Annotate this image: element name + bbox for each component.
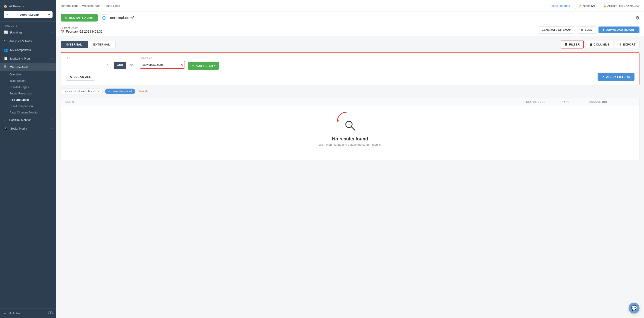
chevron-right-icon: ▾: [52, 127, 52, 130]
add-filter-button[interactable]: ＋ ADD FILTER ▾: [188, 62, 219, 70]
check-icon: ✔: [6, 13, 9, 16]
action-bar: ↻ RESTART AUDIT 🌐 cerebral.com/ ⚙: [56, 12, 644, 24]
generate-sitemap-button[interactable]: GENERATE SITEMAP: [538, 26, 575, 34]
rankings-icon: 📊: [4, 30, 8, 34]
chevron-right-icon: ▾: [52, 31, 52, 34]
lock-icon: 🔒: [603, 4, 606, 8]
social-icon: 📱: [4, 126, 8, 130]
rankings-label: Rankings: [10, 31, 22, 34]
sidebar-item-competitors[interactable]: 👥 My Competitors ▾: [0, 46, 56, 54]
results-table: URL (0) STATUS CODE TYPE SOURCE URL: [61, 98, 640, 160]
sidebar-item-rankings[interactable]: 📊 Rankings ▾: [0, 28, 56, 37]
chat-button[interactable]: 💬: [628, 302, 640, 314]
apply-filters-label: APPLY FILTERS: [606, 75, 630, 78]
sidebar-item-analytics[interactable]: 〜 Analytics & Traffic ▾: [0, 37, 56, 46]
filter-button[interactable]: ☰ FILTER: [561, 40, 584, 48]
sidebar-item-website-audit[interactable]: 🔍 Website Audit ▴: [0, 63, 56, 71]
tab-filter-row: INTERNAL EXTERNAL ☰ FILTER ▦ COLUMNS ⬆ E…: [61, 40, 640, 48]
chevron-up-icon: ▴: [52, 66, 52, 68]
restart-audit-button[interactable]: ↻ RESTART AUDIT: [61, 14, 98, 22]
export-icon: ⬆: [619, 43, 622, 46]
and-button[interactable]: AND: [114, 62, 126, 69]
x-icon: ✕: [70, 75, 72, 78]
search-icon: [344, 120, 356, 134]
project-selector[interactable]: ✔ cerebral.com/ ▾: [4, 11, 52, 18]
empty-state: No results found We haven't found any da…: [61, 106, 639, 160]
sidebar-item-marketing[interactable]: 📋 Marketing Plan ▾: [0, 54, 56, 63]
col-url-header: URL (0): [66, 100, 526, 103]
sidebar-item-social-media[interactable]: 📱 Social Media ▾: [0, 124, 56, 133]
source-url-clear-icon[interactable]: ✕: [180, 63, 183, 66]
export-button[interactable]: ⬆ EXPORT: [615, 41, 640, 48]
logic-buttons: AND OR: [114, 62, 137, 69]
breadcrumb-project[interactable]: cerebral.com/: [61, 4, 78, 8]
tab-external[interactable]: EXTERNAL: [88, 41, 116, 48]
source-url-filter-input[interactable]: [140, 61, 185, 69]
svg-line-1: [351, 126, 354, 130]
account-limit-label: Account limit: [607, 4, 623, 8]
url-filter-field: URL ✕: [66, 56, 111, 68]
notes-icon: 📝: [578, 4, 582, 8]
source-url-field-label: Source url: [140, 56, 185, 60]
refresh-icon: ↻: [65, 16, 68, 20]
sidebar-sub-item-crawled-pages[interactable]: Crawled Pages: [0, 84, 56, 90]
sidebar-item-backlink-monitor[interactable]: ← Backlink Monitor ▾: [0, 116, 56, 124]
notes-button[interactable]: 📝 Notes (21): [575, 3, 600, 9]
tab-internal[interactable]: INTERNAL: [61, 41, 88, 48]
all-projects-label: All Projects: [9, 4, 24, 8]
url-field-label: URL: [66, 56, 111, 60]
sidebar-sub-item-overview[interactable]: Overview: [0, 71, 56, 78]
breadcrumb-sep1: ›: [80, 4, 81, 8]
url-clear-icon[interactable]: ✕: [106, 63, 109, 66]
sidebar-sub-item-found-resources[interactable]: Found Resources: [0, 90, 56, 97]
competitors-label: My Competitors: [10, 48, 31, 52]
notes-label: Notes (21): [583, 4, 596, 8]
all-projects-link[interactable]: 🏠 All Projects: [4, 3, 52, 9]
save-preset-button[interactable]: ✔ Save filter preset: [105, 88, 135, 94]
breadcrumb-sep2: ›: [102, 4, 102, 8]
columns-label: COLUMNS: [594, 43, 609, 46]
leave-feedback-link[interactable]: Leave feedback: [550, 4, 571, 8]
breadcrumb: cerebral.com/ › Website Audit › Found Li…: [61, 4, 120, 8]
breadcrumb-section[interactable]: Website Audit: [82, 4, 100, 8]
columns-button[interactable]: ▦ COLUMNS: [586, 41, 613, 48]
plus-icon: ＋: [191, 64, 194, 68]
download-report-button[interactable]: ⬇ DOWNLOAD REPORT: [598, 26, 640, 33]
competitors-icon: 👥: [4, 48, 8, 52]
sidebar-sub-item-issue-report[interactable]: Issue Report: [0, 78, 56, 84]
active-dot: [10, 100, 11, 100]
breadcrumb-current: Found Links: [104, 4, 120, 8]
download-icon: ⬇: [602, 28, 604, 32]
report-date-value: February-22 2023 9:03:32: [66, 30, 102, 33]
audit-icon: 🔍: [4, 65, 8, 69]
url-filter-input[interactable]: [66, 61, 111, 68]
sidebar-sub-item-found-links[interactable]: Found Links: [0, 97, 56, 103]
content-area: INTERNAL EXTERNAL ☰ FILTER ▦ COLUMNS ⬆ E…: [56, 36, 644, 318]
send-button[interactable]: ✉ SEND: [577, 26, 596, 34]
minimize-label: Minimize: [8, 312, 20, 315]
overview-label: Overview: [10, 73, 21, 76]
sidebar-sub-item-crawl-comparison[interactable]: Crawl Comparison: [0, 103, 56, 110]
site-domain: cerebral.com/: [110, 16, 134, 20]
social-media-label: Social Media: [10, 127, 27, 130]
topbar: cerebral.com/ › Website Audit › Found Li…: [56, 0, 644, 12]
apply-filters-button[interactable]: ✔ APPLY FILTERS: [598, 73, 634, 81]
calendar-icon: 📅: [61, 30, 64, 33]
project-name: cerebral.com/: [20, 13, 39, 16]
empty-state-description: We haven't found any data in the search …: [318, 143, 382, 146]
clear-all-button[interactable]: ✕ CLEAR ALL: [66, 73, 95, 81]
crawled-pages-label: Crawled Pages: [10, 86, 29, 89]
sidebar-sub-item-page-changes-monitor[interactable]: Page Changes Monitor: [0, 110, 56, 116]
send-icon: ✉: [581, 28, 583, 32]
minimize-btn[interactable]: ← Minimize ?: [0, 308, 56, 318]
filter-tag-close-icon[interactable]: ✕: [98, 90, 100, 93]
empty-state-title: No results found: [332, 136, 368, 142]
report-actions: GENERATE SITEMAP ✉ SEND ⬇ DOWNLOAD REPOR…: [538, 26, 640, 34]
clear-all-link[interactable]: Clear all: [138, 90, 148, 93]
or-button[interactable]: OR: [126, 62, 137, 69]
settings-icon[interactable]: ⚙: [636, 15, 640, 20]
found-links-label: Found Links: [12, 98, 29, 102]
page-changes-monitor-label: Page Changes Monitor: [10, 111, 38, 114]
crawl-comparison-label: Crawl Comparison: [10, 105, 33, 108]
help-icon: ?: [48, 311, 52, 315]
